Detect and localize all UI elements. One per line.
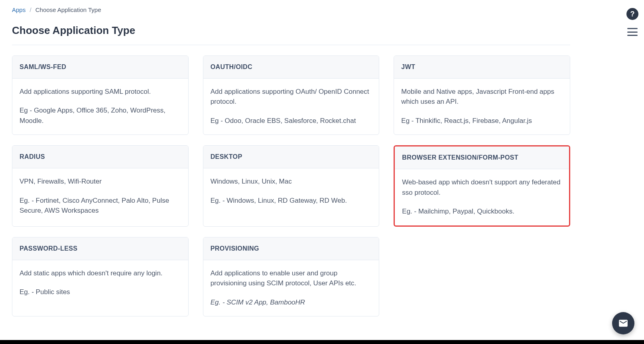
hamburger-icon [627, 32, 638, 33]
card-body: Add applications to enable user and grou… [203, 260, 379, 316]
card-description: Add applications supporting SAML protoco… [20, 87, 181, 97]
card-title: BROWSER EXTENSION/FORM-POST [402, 153, 562, 162]
help-button[interactable]: ? [626, 8, 638, 20]
app-type-card[interactable]: RADIUSVPN, Firewalls, Wifi-RouterEg. - F… [12, 145, 189, 227]
breadcrumb-separator: / [30, 6, 31, 13]
card-body: VPN, Firewalls, Wifi-RouterEg. - Fortine… [12, 168, 188, 225]
card-description: Add static apps which doesn't require an… [20, 268, 181, 279]
app-type-card[interactable]: JWTMobile and Native apps, Javascript Fr… [394, 55, 570, 135]
card-description: VPN, Firewalls, Wifi-Router [20, 176, 181, 187]
card-header: DESKTOP [203, 146, 379, 168]
card-title: JWT [401, 62, 563, 72]
card-example: Eg - Odoo, Oracle EBS, Salesforce, Rocke… [211, 116, 372, 126]
card-header: OAUTH/OIDC [203, 56, 379, 79]
app-type-card[interactable]: SAML/WS-FEDAdd applications supporting S… [12, 55, 189, 135]
side-controls: ? [626, 8, 638, 36]
app-type-card[interactable]: PASSWORD-LESSAdd static apps which doesn… [12, 237, 189, 317]
card-description: Add applications supporting OAuth/ OpenI… [211, 87, 372, 107]
mail-icon [618, 318, 628, 328]
page-title: Choose Application Type [12, 23, 570, 38]
card-title: SAML/WS-FED [20, 62, 181, 72]
card-example: Eg. - Public sites [20, 287, 181, 297]
card-description: Add applications to enable user and grou… [211, 268, 372, 289]
app-type-card[interactable]: BROWSER EXTENSION/FORM-POSTWeb-based app… [394, 145, 570, 227]
breadcrumb-root-link[interactable]: Apps [12, 6, 26, 13]
card-title: RADIUS [20, 152, 181, 162]
card-description: Windows, Linux, Unix, Mac [211, 176, 372, 187]
app-type-cards-grid: SAML/WS-FEDAdd applications supporting S… [12, 55, 570, 317]
card-example: Eg - Google Apps, Office 365, Zoho, Word… [20, 105, 181, 126]
card-example: Eg. - Windows, Linux, RD Gateway, RD Web… [211, 196, 372, 206]
card-title: OAUTH/OIDC [211, 62, 372, 72]
card-example: Eg - Thinkific, React.js, Firebase, Angu… [401, 116, 563, 126]
card-body: Add applications supporting SAML protoco… [12, 79, 188, 135]
card-title: DESKTOP [211, 152, 372, 162]
card-body: Web-based app which doesn't support any … [395, 169, 569, 225]
card-header: PASSWORD-LESS [12, 237, 188, 260]
hamburger-icon [627, 35, 638, 36]
title-divider [12, 45, 570, 45]
card-title: PASSWORD-LESS [20, 244, 181, 253]
card-body: Mobile and Native apps, Javascript Front… [394, 79, 570, 135]
card-header: PROVISIONING [203, 237, 379, 260]
card-example: Eg. - Fortinet, Cisco AnyConnect, Palo A… [20, 196, 181, 216]
card-header: BROWSER EXTENSION/FORM-POST [395, 146, 569, 169]
card-body: Add static apps which doesn't require an… [12, 260, 188, 306]
card-example: Eg. - Mailchimp, Paypal, Quickbooks. [402, 206, 562, 217]
hamburger-icon [627, 28, 638, 29]
card-body: Windows, Linux, Unix, MacEg. - Windows, … [203, 168, 379, 214]
help-icon: ? [630, 9, 635, 20]
card-title: PROVISIONING [211, 244, 372, 253]
chat-button[interactable] [612, 312, 634, 334]
app-type-card[interactable]: DESKTOPWindows, Linux, Unix, MacEg. - Wi… [203, 145, 380, 227]
card-header: JWT [394, 56, 570, 79]
app-type-card[interactable]: OAUTH/OIDCAdd applications supporting OA… [203, 55, 380, 135]
card-example: Eg. - SCIM v2 App, BambooHR [211, 297, 372, 308]
breadcrumb: Apps / Choose Application Type [12, 6, 570, 15]
card-description: Web-based app which doesn't support any … [402, 177, 562, 198]
bottom-bar [0, 340, 644, 344]
card-header: RADIUS [12, 146, 188, 168]
side-menu-button[interactable] [627, 28, 638, 36]
card-description: Mobile and Native apps, Javascript Front… [401, 87, 563, 107]
card-header: SAML/WS-FED [12, 56, 188, 79]
app-type-card[interactable]: PROVISIONINGAdd applications to enable u… [203, 237, 380, 317]
breadcrumb-current: Choose Application Type [35, 6, 101, 13]
card-body: Add applications supporting OAuth/ OpenI… [203, 79, 379, 135]
